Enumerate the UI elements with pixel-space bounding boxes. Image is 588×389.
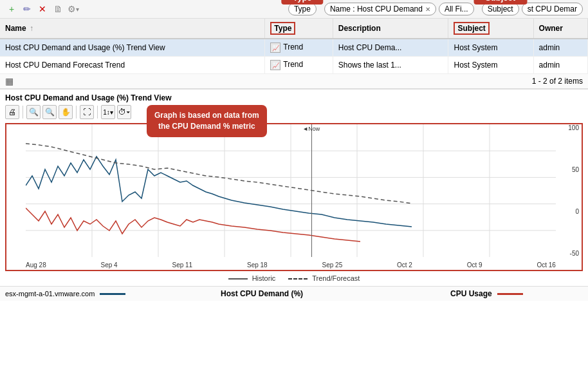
forecast-legend-line bbox=[288, 278, 308, 280]
historic-legend-line bbox=[228, 278, 248, 280]
footer-host: esx-mgmt-a-01.vmware.com bbox=[5, 290, 134, 298]
zoom-in-button[interactable]: 🔍 bbox=[26, 105, 41, 119]
subject-annotation: Subject bbox=[473, 0, 527, 5]
chart-grid bbox=[26, 124, 556, 257]
cell-type: 📈Trend bbox=[265, 39, 333, 57]
chart-section: Host CPU Demand and Usage (%) Trend View… bbox=[0, 90, 588, 286]
chart-legend: Historic Trend/Forecast bbox=[5, 273, 583, 283]
chart-inner: ◄Now 100 50 0 -50 Aug 28 Sep 4 Sep 11 Se… bbox=[6, 124, 582, 270]
type-filter-pill[interactable]: Type bbox=[288, 3, 317, 15]
col-header-description[interactable]: Description bbox=[333, 19, 448, 39]
add-button[interactable]: + bbox=[5, 3, 18, 15]
cell-name: Host CPU Demand and Usage (%) Trend View bbox=[0, 39, 265, 57]
interval-button[interactable]: 1↕▾ bbox=[101, 105, 115, 119]
pan-button[interactable]: ✋ bbox=[59, 105, 73, 119]
cell-name: Host CPU Demand Forecast Trend bbox=[0, 57, 265, 74]
cell-description: Shows the last 1... bbox=[333, 57, 448, 74]
x-axis: Aug 28 Sep 4 Sep 11 Sep 18 Sep 25 Oct 2 … bbox=[26, 261, 556, 269]
results-table-area: Name ↑ Type Description Subject Owner bbox=[0, 19, 588, 90]
chart-toolbar: 🖨 🔍 🔍 ✋ ⛶ 1↕▾ ⏱▾ bbox=[5, 105, 131, 119]
pagination-info: 1 - 2 of 2 items bbox=[532, 77, 583, 86]
chart-annotation: Graph is based on data fromthe CPU Deman… bbox=[147, 105, 267, 137]
fit-button[interactable]: ⛶ bbox=[80, 105, 94, 119]
footer-row: esx-mgmt-a-01.vmware.com Host CPU Demand… bbox=[0, 286, 588, 301]
cell-owner: admin bbox=[533, 39, 587, 57]
col-header-subject[interactable]: Subject bbox=[448, 19, 533, 39]
pagination-icon: ▦ bbox=[5, 76, 14, 86]
table-row[interactable]: Host CPU Demand Forecast Trend 📈Trend Sh… bbox=[0, 57, 588, 74]
col-header-owner[interactable]: Owner bbox=[533, 19, 587, 39]
settings-button[interactable]: ⚙ ▾ bbox=[67, 3, 80, 15]
chart-title: Host CPU Demand and Usage (%) Trend View bbox=[5, 93, 583, 102]
col-header-type[interactable]: Type bbox=[265, 19, 333, 39]
close-icon[interactable]: ✕ bbox=[425, 6, 430, 13]
cell-owner: admin bbox=[533, 57, 587, 74]
cell-subject: Host System bbox=[448, 57, 533, 74]
trend-icon: 📈 bbox=[270, 43, 280, 53]
table-row[interactable]: Host CPU Demand and Usage (%) Trend View… bbox=[0, 39, 588, 57]
trend-icon: 📈 bbox=[270, 60, 280, 70]
print-button[interactable]: 🖨 bbox=[5, 105, 19, 119]
results-table: Name ↑ Type Description Subject Owner bbox=[0, 19, 588, 74]
pagination-row: ▦ 1 - 2 of 2 items bbox=[0, 74, 588, 89]
subject-filter-pill[interactable]: Subject bbox=[482, 3, 519, 15]
zoom-out-button[interactable]: 🔍 bbox=[42, 105, 57, 119]
host-line-blue bbox=[100, 293, 125, 295]
delete-button[interactable]: ✕ bbox=[36, 3, 49, 15]
chart-container[interactable]: ◄Now 100 50 0 -50 Aug 28 Sep 4 Sep 11 Se… bbox=[5, 123, 583, 271]
cell-description: Host CPU Dema... bbox=[333, 39, 448, 57]
footer-right-label: CPU Usage bbox=[390, 289, 583, 298]
col-header-name[interactable]: Name ↑ bbox=[0, 19, 265, 39]
all-filters-pill[interactable]: All Fi... bbox=[439, 3, 474, 15]
cell-subject: Host System bbox=[448, 39, 533, 57]
type-annotation: Type bbox=[281, 0, 323, 5]
last-filter-pill[interactable]: st CPU Demar bbox=[522, 3, 583, 15]
cell-type: 📈Trend bbox=[265, 57, 333, 74]
y-axis: 100 50 0 -50 bbox=[568, 124, 579, 257]
cpu-usage-line-pink bbox=[497, 293, 523, 295]
now-line bbox=[311, 124, 312, 257]
now-label: ◄Now bbox=[302, 126, 320, 132]
footer-center-label: Host CPU Demand (%) bbox=[134, 289, 390, 298]
edit-button[interactable]: ✏ bbox=[21, 3, 33, 15]
main-toolbar: + ✏ ✕ 🗎 ⚙ ▾ Type Type Name : Host CPU De… bbox=[0, 0, 588, 19]
name-filter-pill[interactable]: Name : Host CPU Demand ✕ bbox=[324, 3, 436, 15]
clone-button[interactable]: 🗎 bbox=[51, 3, 64, 15]
time-button[interactable]: ⏱▾ bbox=[117, 105, 131, 119]
